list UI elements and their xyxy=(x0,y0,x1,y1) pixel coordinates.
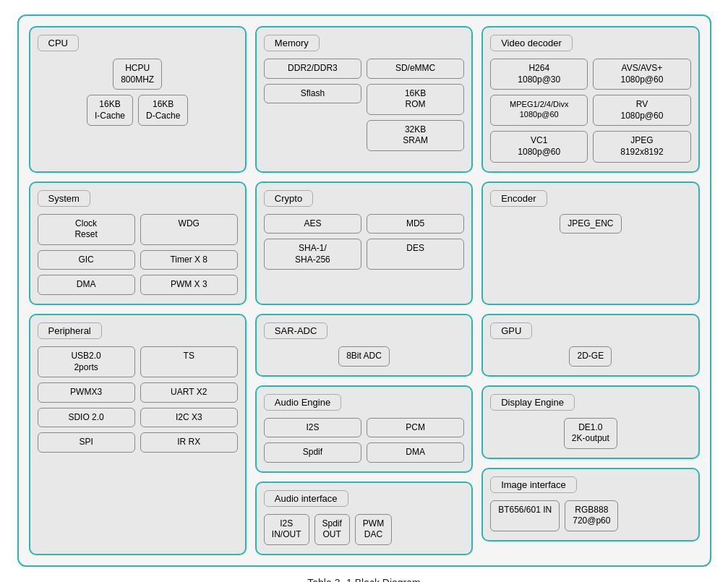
cpu-title: CPU xyxy=(38,35,79,51)
jpeg-enc-box: JPEG_ENC xyxy=(560,214,621,234)
aes-box: AES xyxy=(264,214,361,234)
i2s-ae-box: I2S xyxy=(264,418,361,438)
video-decoder-title: Video decoder xyxy=(490,35,573,51)
de-box: DE1.0 2K-output xyxy=(564,418,617,449)
icache-box: 16KB I-Cache xyxy=(87,95,133,126)
usb-box: USB2.0 2ports xyxy=(38,346,135,377)
gic-box: GIC xyxy=(38,250,135,270)
timer-box: Timer X 8 xyxy=(140,250,238,270)
md5-box: MD5 xyxy=(367,214,464,234)
adc-box: 8Bit ADC xyxy=(338,346,390,367)
sar-adc-block: SAR-ADC 8Bit ADC xyxy=(255,314,473,377)
avs-box: AVS/AVS+ 1080p@60 xyxy=(593,59,690,90)
memory-title: Memory xyxy=(264,35,320,51)
image-interface-block: Image interface BT656/601 IN RGB888 720@… xyxy=(481,468,699,542)
encoder-title: Encoder xyxy=(490,190,547,207)
audio-engine-title: Audio Engine xyxy=(264,394,341,411)
block-diagram: CPU HCPU 800MHZ 16KB I-Cache 16KB D-Cach… xyxy=(17,14,711,567)
system-block: System Clock Reset WDG GIC Timer X 8 DMA… xyxy=(29,181,247,305)
ge-box: 2D-GE xyxy=(569,346,612,367)
spdif-out-box: Spdif OUT xyxy=(314,514,350,545)
system-title: System xyxy=(38,190,90,207)
middle-bottom-col: SAR-ADC 8Bit ADC Audio Engine I2S PCM Sp… xyxy=(255,314,473,555)
rom-box: 16KB ROM xyxy=(367,84,464,115)
peripheral-title: Peripheral xyxy=(38,322,102,339)
cpu-block: CPU HCPU 800MHZ 16KB I-Cache 16KB D-Cach… xyxy=(29,26,247,173)
video-decoder-block: Video decoder H264 1080p@30 AVS/AVS+ 108… xyxy=(481,26,699,173)
image-interface-title: Image interface xyxy=(490,476,577,493)
bt-box: BT656/601 IN xyxy=(490,500,560,531)
memory-block: Memory DDR2/DDR3 Sflash SD/eMMC 16KB ROM… xyxy=(255,26,473,173)
gpu-title: GPU xyxy=(490,322,532,339)
sdemmc-box: SD/eMMC xyxy=(367,59,464,79)
dcache-box: 16KB D-Cache xyxy=(138,95,188,126)
jpeg-vd-box: JPEG 8192x8192 xyxy=(593,131,690,162)
peripheral-block: Peripheral USB2.0 2ports TS PWMX3 UART X… xyxy=(29,314,247,555)
sar-adc-title: SAR-ADC xyxy=(264,322,328,339)
pcm-box: PCM xyxy=(367,418,464,438)
wdg-box: WDG xyxy=(140,214,238,245)
spdif-ae-box: Spdif xyxy=(264,442,361,463)
ir-box: IR RX xyxy=(140,432,238,453)
i2s-io-box: I2S IN/OUT xyxy=(264,514,309,545)
sha-box: SHA-1/ SHA-256 xyxy=(264,239,361,270)
rgb-box: RGB888 720@p60 xyxy=(565,500,618,531)
sdio-box: SDIO 2.0 xyxy=(38,408,135,428)
dma-ae-box: DMA xyxy=(367,442,464,463)
display-engine-block: Display Engine DE1.0 2K-output xyxy=(481,385,699,459)
audio-interface-title: Audio interface xyxy=(264,490,348,507)
des-box: DES xyxy=(367,239,464,270)
sram-box: 32KB SRAM xyxy=(367,120,464,151)
uart-box: UART X2 xyxy=(140,382,238,403)
pwm-sys-box: PWM X 3 xyxy=(140,275,238,295)
pwm-dac-box: PWM DAC xyxy=(355,514,392,545)
hcpu-box: HCPU 800MHZ xyxy=(113,59,162,90)
crypto-block: Crypto AES MD5 SHA-1/ SHA-256 DES xyxy=(255,181,473,305)
display-engine-title: Display Engine xyxy=(490,394,575,411)
audio-interface-block: Audio interface I2S IN/OUT Spdif OUT PWM… xyxy=(255,482,473,555)
ts-box: TS xyxy=(140,346,238,377)
pwmx3-box: PWMX3 xyxy=(38,382,135,403)
rv-box: RV 1080p@60 xyxy=(593,95,690,126)
sflash-box: Sflash xyxy=(264,84,361,104)
clock-box: Clock Reset xyxy=(38,214,135,245)
h264-box: H264 1080p@30 xyxy=(490,59,588,90)
spi-box: SPI xyxy=(38,432,135,453)
audio-engine-block: Audio Engine I2S PCM Spdif DMA xyxy=(255,385,473,473)
encoder-block: Encoder JPEG_ENC xyxy=(481,181,699,305)
crypto-title: Crypto xyxy=(264,190,313,207)
diagram-caption: Table 3- 1 Block Diagram xyxy=(307,577,420,582)
right-bottom-col: GPU 2D-GE Display Engine DE1.0 2K-output… xyxy=(481,314,699,555)
dma-sys-box: DMA xyxy=(38,275,135,295)
vc1-box: VC1 1080p@60 xyxy=(490,131,588,162)
mpeg-box: MPEG1/2/4/Divx 1080p@60 xyxy=(490,95,588,126)
gpu-block: GPU 2D-GE xyxy=(481,314,699,377)
i2c-box: I2C X3 xyxy=(140,408,238,428)
ddr-box: DDR2/DDR3 xyxy=(264,59,361,79)
